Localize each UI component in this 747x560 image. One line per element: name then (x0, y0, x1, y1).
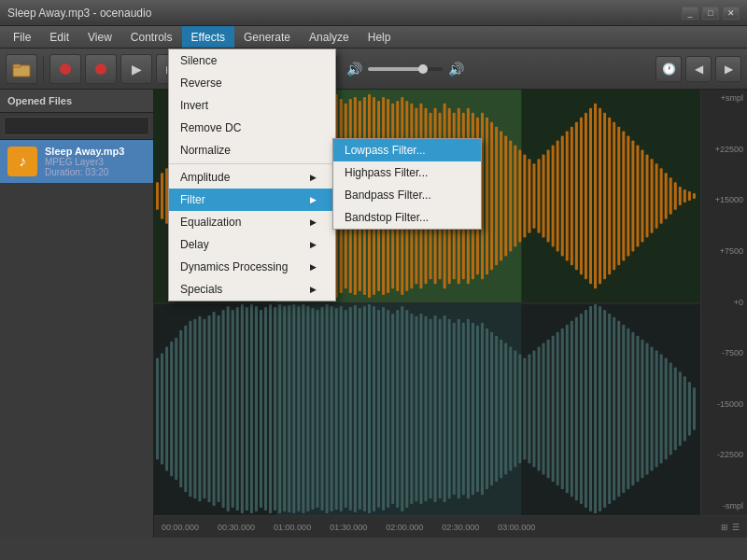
close-button[interactable]: ✕ (723, 7, 740, 20)
svg-rect-79 (509, 141, 512, 252)
filter-highpass[interactable]: Highpass Filter... (333, 161, 481, 184)
svg-rect-1 (13, 64, 21, 67)
svg-rect-185 (458, 319, 460, 498)
svg-rect-134 (218, 315, 220, 502)
search-input[interactable] (4, 117, 149, 135)
menu-controls[interactable]: Controls (121, 26, 182, 48)
title-bar: Sleep Away.mp3 - ocenaudio _ □ ✕ (0, 0, 747, 26)
svg-rect-95 (585, 113, 587, 279)
grid-view-button[interactable]: ⊞ (721, 523, 728, 532)
specials-arrow: ▶ (310, 285, 317, 294)
svg-rect-168 (377, 310, 380, 508)
svg-rect-110 (655, 163, 658, 228)
filter-bandstop[interactable]: Bandstop Filter... (333, 206, 481, 229)
menu-generate[interactable]: Generate (234, 26, 300, 48)
stop-button[interactable] (49, 54, 81, 84)
svg-rect-123 (165, 347, 168, 471)
record-button[interactable] (85, 54, 117, 84)
effects-equalization[interactable]: Equalization ▶ (169, 211, 335, 233)
toolbar-sep-3 (336, 56, 337, 82)
volume-slider[interactable] (368, 67, 443, 71)
svg-rect-135 (222, 310, 225, 508)
menu-analyze[interactable]: Analyze (300, 26, 359, 48)
svg-rect-158 (331, 306, 333, 511)
ruler-mark-90: 01:30.000 (330, 523, 367, 532)
scale-label-smpl-bot: -smpl (701, 501, 743, 511)
svg-rect-82 (523, 154, 526, 237)
svg-rect-164 (359, 308, 361, 510)
minimize-button[interactable]: _ (682, 7, 698, 20)
svg-rect-161 (345, 310, 347, 508)
svg-rect-74 (486, 118, 488, 275)
list-view-button[interactable]: ☰ (732, 523, 740, 532)
effects-normalize[interactable]: Normalize (169, 139, 335, 161)
nav-forward-button[interactable]: ▶ (715, 56, 741, 82)
svg-rect-209 (571, 321, 573, 497)
svg-rect-227 (655, 351, 658, 468)
effects-reverse[interactable]: Reverse (169, 72, 335, 94)
open-file-button[interactable] (6, 54, 37, 84)
svg-rect-4 (156, 182, 159, 210)
filter-arrow: ▶ (310, 195, 317, 204)
svg-rect-109 (651, 159, 654, 232)
svg-rect-222 (631, 332, 634, 486)
effects-invert[interactable]: Invert (169, 94, 335, 117)
sidebar: Opened Files ♪ Sleep Away.mp3 MPEG Layer… (0, 90, 154, 538)
svg-rect-223 (636, 336, 639, 483)
menu-effects[interactable]: Effects (182, 26, 234, 48)
svg-rect-231 (674, 367, 677, 450)
menu-view[interactable]: View (78, 26, 121, 48)
effects-silence[interactable]: Silence (169, 49, 335, 72)
svg-rect-98 (599, 108, 601, 284)
filter-bandpass[interactable]: Bandpass Filter... (333, 184, 481, 206)
menu-edit[interactable]: Edit (40, 26, 78, 48)
filter-lowpass[interactable]: Lowpass Filter... (333, 139, 481, 161)
menu-help[interactable]: Help (359, 26, 401, 48)
effects-specials[interactable]: Specials ▶ (169, 278, 335, 301)
maximize-button[interactable]: □ (702, 7, 719, 20)
svg-rect-87 (547, 149, 550, 242)
svg-rect-234 (688, 382, 691, 435)
svg-rect-195 (504, 343, 507, 475)
svg-rect-121 (156, 357, 159, 459)
svg-rect-218 (613, 317, 615, 500)
svg-rect-99 (603, 113, 606, 279)
svg-rect-125 (175, 338, 177, 481)
svg-rect-221 (627, 329, 629, 489)
svg-rect-90 (561, 136, 564, 257)
effects-delay[interactable]: Delay ▶ (169, 233, 335, 256)
scale-label-neg22500: -22500 (701, 450, 743, 460)
volume-knob[interactable] (418, 64, 428, 74)
svg-rect-172 (396, 310, 399, 508)
ruler-mark-150: 02:30.000 (442, 523, 479, 532)
play-button[interactable]: ▶ (120, 54, 152, 84)
svg-rect-188 (472, 323, 474, 495)
svg-rect-192 (490, 332, 493, 486)
svg-rect-186 (462, 323, 465, 495)
nav-back-button[interactable]: ◀ (685, 56, 712, 82)
svg-rect-208 (566, 325, 569, 493)
clock-button[interactable]: 🕐 (655, 56, 682, 82)
effects-filter[interactable]: Filter ▶ (169, 189, 335, 211)
effects-dynamics[interactable]: Dynamics Processing ▶ (169, 256, 335, 278)
svg-rect-143 (260, 310, 262, 508)
svg-rect-85 (538, 159, 541, 232)
file-type: MPEG Layer3 (45, 157, 124, 167)
file-icon: ♪ (7, 147, 37, 176)
svg-rect-162 (349, 307, 352, 511)
scale-label-neg15000: -15000 (701, 399, 743, 410)
file-item[interactable]: ♪ Sleep Away.mp3 MPEG Layer3 Duration: 0… (0, 140, 153, 183)
svg-rect-128 (189, 321, 191, 497)
bottom-ruler: 00:00.000 00:30.000 01:00.000 01:30.000 … (154, 515, 747, 538)
menu-file[interactable]: File (4, 26, 40, 48)
effects-amplitude[interactable]: Amplitude ▶ (169, 166, 335, 189)
svg-rect-107 (641, 149, 643, 242)
effects-remove-dc[interactable]: Remove DC (169, 117, 335, 139)
svg-rect-78 (504, 136, 507, 257)
svg-rect-194 (500, 340, 502, 479)
svg-rect-190 (481, 323, 484, 495)
svg-rect-111 (660, 168, 663, 223)
scale-bar: +smpl +22500 +15000 +7500 +0 -7500 -1500… (700, 90, 747, 515)
svg-rect-84 (532, 163, 535, 228)
svg-rect-108 (646, 154, 649, 237)
